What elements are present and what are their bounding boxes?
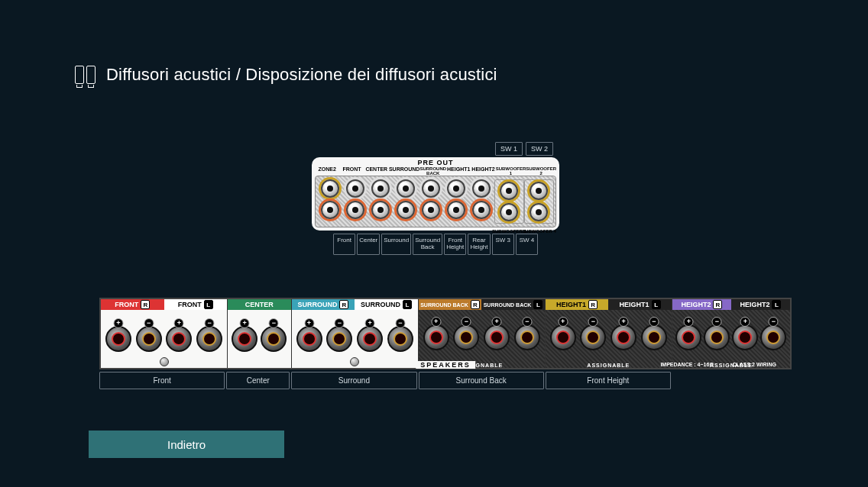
- speakers-class: CLASS 2 WIRING: [732, 362, 776, 367]
- lbl-height2: HEIGHT2: [471, 166, 495, 176]
- speakers-impedance: IMPEDANCE : 4~16Ω: [660, 362, 714, 367]
- page-header: Diffusori acustici / Disposizione dei di…: [0, 0, 868, 85]
- ch-surround: SURROUNDRSURROUNDL +−+−: [292, 299, 419, 368]
- back-button[interactable]: Indietro: [89, 431, 284, 458]
- ptag-surround: Surround: [381, 234, 411, 255]
- stag-center: Center: [226, 372, 290, 389]
- rca-center-r: [371, 201, 390, 219]
- preout-jacks: SUBWOOFER 3 SUBWOOFER 4: [315, 176, 556, 227]
- ptag-rear-height: Rear Height: [468, 234, 490, 255]
- screw-icon: [350, 357, 359, 366]
- speakers-icon: [75, 66, 96, 84]
- preout-bottom-tags: Front Center Surround Surround Back Fron…: [312, 234, 559, 255]
- back-button-label: Indietro: [167, 438, 206, 451]
- lbl-center: CENTER: [364, 166, 389, 176]
- rca-sw4: [530, 203, 548, 221]
- speakers-caption: SPEAKERS: [416, 361, 475, 369]
- preout-panel: PRE OUT ZONE2 FRONT CENTER SURROUND SURR…: [312, 157, 559, 231]
- ch-surround-back: SURROUND BACKRSURROUND BACKL +−+− ASSIGN…: [419, 299, 546, 368]
- tag-sw1: SW 1: [495, 142, 523, 156]
- page-title: Diffusori acustici / Disposizione dei di…: [106, 65, 497, 85]
- rca-sb-w: [422, 179, 440, 198]
- lbl-zone2: ZONE2: [315, 166, 339, 176]
- ch-height1: HEIGHT1RHEIGHT1L +−+− ASSIGNABLE: [546, 299, 672, 368]
- lbl-surround-back: SURROUND BACK: [419, 166, 446, 176]
- rca-center-w: [371, 179, 390, 198]
- ch-height2: HEIGHT2RHEIGHT2L +−+− ASSIGNABLE: [672, 299, 790, 368]
- preout-column-labels: ZONE2 FRONT CENTER SURROUND SURROUND BAC…: [315, 166, 556, 176]
- lbl-front-l: FRONT: [178, 301, 202, 308]
- lbl-sub3: SUBWOOFER 3: [492, 229, 526, 234]
- tag-sw2: SW 2: [526, 142, 553, 156]
- stag-front: Front: [99, 372, 225, 389]
- lbl-h2-l: HEIGHT2: [740, 301, 769, 308]
- lbl-surr-r: SURROUND: [297, 301, 337, 308]
- lbl-surr-l: SURROUND: [361, 301, 400, 308]
- rca-front-r: [346, 201, 364, 219]
- rca-zone2-r: [321, 201, 339, 219]
- lbl-sb-r: SURROUND BACK: [420, 302, 468, 308]
- lbl-h1-r: HEIGHT1: [556, 301, 586, 308]
- preout-diagram: SW 1 SW 2 PRE OUT ZONE2 FRONT CENTER SUR…: [312, 142, 559, 255]
- rca-h2-r: [472, 201, 491, 219]
- ptag-surround-back: Surround Back: [413, 234, 442, 255]
- rca-h2-w: [472, 179, 491, 198]
- rca-surr-w: [397, 179, 415, 198]
- rca-front-w: [346, 179, 364, 198]
- ch-front: FRONTRFRONTL +−+−: [101, 299, 228, 368]
- lbl-sub4: SUBWOOFER 4: [522, 229, 556, 234]
- lbl-sub1: SUBWOOFER 1: [496, 166, 526, 176]
- lbl-assignable-2: ASSIGNABLE: [546, 363, 672, 368]
- screw-icon: [160, 357, 169, 366]
- lbl-front: FRONT: [339, 166, 364, 176]
- rca-surr-r: [397, 201, 415, 219]
- lbl-h2-r: HEIGHT2: [681, 301, 711, 308]
- ptag-center: Center: [357, 234, 380, 255]
- lbl-front-r: FRONT: [115, 301, 138, 308]
- lbl-surround: SURROUND: [389, 166, 419, 176]
- rca-h1-w: [447, 179, 465, 198]
- lbl-sb-l: SURROUND BACK: [484, 302, 532, 308]
- preout-title: PRE OUT: [315, 159, 556, 166]
- speakers-strip: FRONTRFRONTL +−+− CENTER +− SURROUNDRSUR…: [99, 298, 792, 369]
- ptag-front-height: Front Height: [444, 234, 466, 255]
- rca-zone2-w: [321, 179, 339, 198]
- rca-sw2: [530, 182, 548, 200]
- rca-h1-r: [447, 201, 465, 219]
- preout-top-tags: SW 1 SW 2: [495, 142, 553, 156]
- ptag-front: Front: [333, 234, 355, 255]
- lbl-height1: HEIGHT1: [446, 166, 471, 176]
- rca-sw1: [500, 182, 518, 200]
- ptag-sw3: SW 3: [492, 234, 514, 255]
- speakers-diagram: FRONTRFRONTL +−+− CENTER +− SURROUNDRSUR…: [99, 298, 792, 389]
- stag-surround-back: Surround Back: [419, 372, 544, 389]
- ch-center: CENTER +−: [228, 299, 292, 368]
- lbl-center: CENTER: [245, 301, 274, 308]
- speakers-bottom-tags: Front Center Surround Surround Back Fron…: [99, 372, 671, 389]
- ptag-sw4: SW 4: [516, 234, 538, 255]
- lbl-sub2: SUBWOOFER 2: [526, 166, 556, 176]
- stag-surround: Surround: [291, 372, 416, 389]
- rca-sb-r: [422, 201, 440, 219]
- stag-front-height: Front Height: [546, 372, 671, 389]
- lbl-h1-l: HEIGHT1: [620, 301, 649, 308]
- rca-sw3: [500, 203, 518, 221]
